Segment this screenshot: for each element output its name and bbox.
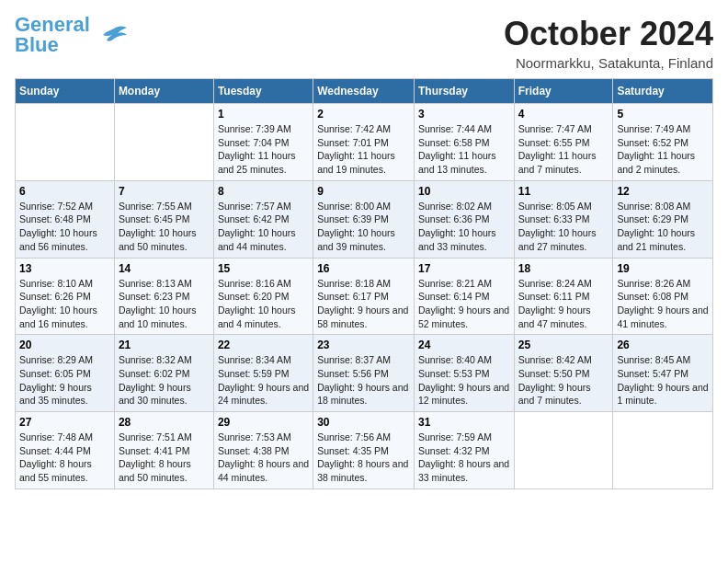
day-info: Sunrise: 8:21 AMSunset: 6:14 PMDaylight:… — [418, 277, 510, 331]
day-info: Sunrise: 7:44 AMSunset: 6:58 PMDaylight:… — [418, 122, 510, 177]
day-info: Sunrise: 8:13 AMSunset: 6:23 PMDaylight:… — [119, 277, 210, 331]
calendar-cell: 20Sunrise: 8:29 AMSunset: 6:05 PMDayligh… — [16, 335, 115, 412]
day-number: 19 — [617, 262, 709, 275]
calendar-cell: 8Sunrise: 7:57 AMSunset: 6:42 PMDaylight… — [213, 180, 313, 258]
day-number: 23 — [317, 339, 410, 351]
calendar-cell: 25Sunrise: 8:42 AMSunset: 5:50 PMDayligh… — [514, 335, 613, 412]
calendar-week-row: 13Sunrise: 8:10 AMSunset: 6:26 PMDayligh… — [16, 258, 713, 335]
day-number: 4 — [518, 108, 609, 121]
day-number: 6 — [19, 185, 110, 198]
calendar-cell: 16Sunrise: 8:18 AMSunset: 6:17 PMDayligh… — [313, 258, 415, 335]
day-number: 15 — [218, 262, 309, 275]
day-info: Sunrise: 8:42 AMSunset: 5:50 PMDaylight:… — [518, 353, 609, 408]
calendar-cell: 3Sunrise: 7:44 AMSunset: 6:58 PMDaylight… — [414, 104, 514, 181]
calendar-header-row: Sunday Monday Tuesday Wednesday Thursday… — [16, 79, 713, 104]
header-friday: Friday — [514, 79, 613, 104]
day-info: Sunrise: 8:08 AMSunset: 6:29 PMDaylight:… — [617, 200, 709, 254]
day-info: Sunrise: 8:45 AMSunset: 5:47 PMDaylight:… — [617, 353, 709, 408]
calendar-cell: 24Sunrise: 8:40 AMSunset: 5:53 PMDayligh… — [414, 335, 514, 412]
day-number: 10 — [418, 185, 510, 198]
day-number: 5 — [617, 108, 709, 121]
calendar-cell: 22Sunrise: 8:34 AMSunset: 5:59 PMDayligh… — [213, 335, 313, 412]
day-info: Sunrise: 7:55 AMSunset: 6:45 PMDaylight:… — [119, 200, 210, 254]
page-header: GeneralBlue October 2024 Noormarkku, Sat… — [15, 15, 713, 71]
day-info: Sunrise: 8:26 AMSunset: 6:08 PMDaylight:… — [617, 277, 709, 331]
day-number: 3 — [418, 108, 510, 121]
day-info: Sunrise: 7:53 AMSunset: 4:38 PMDaylight:… — [218, 431, 309, 485]
calendar-cell: 2Sunrise: 7:42 AMSunset: 7:01 PMDaylight… — [313, 104, 415, 181]
day-info: Sunrise: 8:18 AMSunset: 6:17 PMDaylight:… — [317, 277, 410, 331]
calendar-cell: 9Sunrise: 8:00 AMSunset: 6:39 PMDaylight… — [313, 180, 415, 258]
day-number: 16 — [317, 262, 410, 275]
day-info: Sunrise: 8:00 AMSunset: 6:39 PMDaylight:… — [317, 200, 410, 254]
header-wednesday: Wednesday — [313, 79, 415, 104]
logo-bird-icon — [94, 22, 129, 48]
day-number: 18 — [518, 262, 609, 275]
title-location: Noormarkku, Satakunta, Finland — [504, 55, 713, 71]
day-number: 17 — [418, 262, 510, 275]
calendar-cell: 15Sunrise: 8:16 AMSunset: 6:20 PMDayligh… — [213, 258, 313, 335]
day-info: Sunrise: 8:02 AMSunset: 6:36 PMDaylight:… — [418, 200, 510, 254]
day-number: 22 — [218, 339, 309, 351]
day-info: Sunrise: 8:29 AMSunset: 6:05 PMDaylight:… — [19, 353, 110, 408]
day-number: 29 — [218, 416, 309, 429]
day-info: Sunrise: 7:52 AMSunset: 6:48 PMDaylight:… — [19, 200, 110, 254]
calendar-cell — [613, 412, 713, 489]
day-info: Sunrise: 7:42 AMSunset: 7:01 PMDaylight:… — [317, 122, 410, 177]
day-number: 9 — [317, 185, 410, 198]
header-tuesday: Tuesday — [213, 79, 313, 104]
calendar-cell: 21Sunrise: 8:32 AMSunset: 6:02 PMDayligh… — [114, 335, 213, 412]
calendar-cell: 14Sunrise: 8:13 AMSunset: 6:23 PMDayligh… — [114, 258, 213, 335]
day-number: 26 — [617, 339, 709, 351]
calendar-cell: 29Sunrise: 7:53 AMSunset: 4:38 PMDayligh… — [213, 412, 313, 489]
day-info: Sunrise: 8:05 AMSunset: 6:33 PMDaylight:… — [518, 200, 609, 254]
calendar-cell: 19Sunrise: 8:26 AMSunset: 6:08 PMDayligh… — [613, 258, 713, 335]
header-monday: Monday — [114, 79, 213, 104]
day-info: Sunrise: 8:16 AMSunset: 6:20 PMDaylight:… — [218, 277, 309, 331]
calendar-cell: 27Sunrise: 7:48 AMSunset: 4:44 PMDayligh… — [16, 412, 115, 489]
day-info: Sunrise: 8:37 AMSunset: 5:56 PMDaylight:… — [317, 353, 410, 408]
title-month: October 2024 — [504, 15, 713, 53]
day-info: Sunrise: 7:47 AMSunset: 6:55 PMDaylight:… — [518, 122, 609, 177]
calendar-week-row: 20Sunrise: 8:29 AMSunset: 6:05 PMDayligh… — [16, 335, 713, 412]
day-info: Sunrise: 7:56 AMSunset: 4:35 PMDaylight:… — [317, 431, 410, 485]
day-number: 25 — [518, 339, 609, 351]
calendar-week-row: 6Sunrise: 7:52 AMSunset: 6:48 PMDaylight… — [16, 180, 713, 258]
day-number: 24 — [418, 339, 510, 351]
day-info: Sunrise: 7:48 AMSunset: 4:44 PMDaylight:… — [19, 431, 110, 485]
day-number: 13 — [19, 262, 110, 275]
day-number: 30 — [317, 416, 410, 429]
calendar-cell: 11Sunrise: 8:05 AMSunset: 6:33 PMDayligh… — [514, 180, 613, 258]
calendar-cell: 6Sunrise: 7:52 AMSunset: 6:48 PMDaylight… — [16, 180, 115, 258]
day-number: 21 — [119, 339, 210, 351]
calendar-cell: 1Sunrise: 7:39 AMSunset: 7:04 PMDaylight… — [213, 104, 313, 181]
title-block: October 2024 Noormarkku, Satakunta, Finl… — [504, 15, 713, 71]
day-number: 7 — [119, 185, 210, 198]
day-info: Sunrise: 8:32 AMSunset: 6:02 PMDaylight:… — [119, 353, 210, 408]
day-info: Sunrise: 8:34 AMSunset: 5:59 PMDaylight:… — [218, 353, 309, 408]
calendar-cell — [16, 104, 115, 181]
day-info: Sunrise: 8:40 AMSunset: 5:53 PMDaylight:… — [418, 353, 510, 408]
calendar-cell: 17Sunrise: 8:21 AMSunset: 6:14 PMDayligh… — [414, 258, 514, 335]
calendar-cell: 26Sunrise: 8:45 AMSunset: 5:47 PMDayligh… — [613, 335, 713, 412]
calendar-cell: 5Sunrise: 7:49 AMSunset: 6:52 PMDaylight… — [613, 104, 713, 181]
header-sunday: Sunday — [16, 79, 115, 104]
day-number: 27 — [19, 416, 110, 429]
day-number: 1 — [218, 108, 309, 121]
calendar-cell: 23Sunrise: 8:37 AMSunset: 5:56 PMDayligh… — [313, 335, 415, 412]
day-number: 31 — [418, 416, 510, 429]
day-number: 28 — [119, 416, 210, 429]
day-info: Sunrise: 7:57 AMSunset: 6:42 PMDaylight:… — [218, 200, 309, 254]
calendar-table: Sunday Monday Tuesday Wednesday Thursday… — [15, 78, 713, 489]
day-info: Sunrise: 8:10 AMSunset: 6:26 PMDaylight:… — [19, 277, 110, 331]
day-number: 11 — [518, 185, 609, 198]
calendar-cell — [114, 104, 213, 181]
day-number: 8 — [218, 185, 309, 198]
calendar-cell — [514, 412, 613, 489]
day-info: Sunrise: 7:51 AMSunset: 4:41 PMDaylight:… — [119, 431, 210, 485]
calendar-cell: 31Sunrise: 7:59 AMSunset: 4:32 PMDayligh… — [414, 412, 514, 489]
day-info: Sunrise: 7:59 AMSunset: 4:32 PMDaylight:… — [418, 431, 510, 485]
day-number: 14 — [119, 262, 210, 275]
calendar-week-row: 1Sunrise: 7:39 AMSunset: 7:04 PMDaylight… — [16, 104, 713, 181]
day-info: Sunrise: 8:24 AMSunset: 6:11 PMDaylight:… — [518, 277, 609, 331]
